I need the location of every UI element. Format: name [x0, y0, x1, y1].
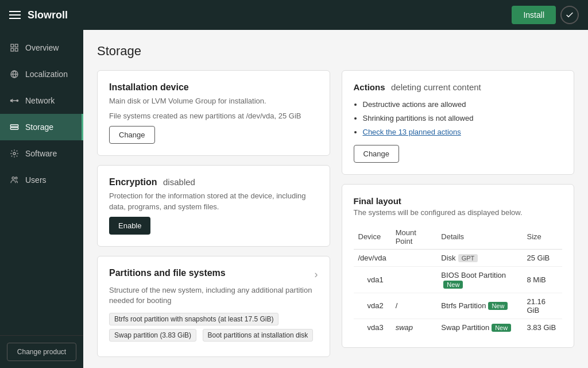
- final-layout-desc: The systems will be configured as displa…: [354, 208, 563, 217]
- partitions-card[interactable]: Partitions and file systems › Structure …: [97, 256, 330, 357]
- encryption-desc: Protection for the information stored at…: [109, 191, 318, 212]
- partitions-header: Partitions and file systems ›: [109, 268, 318, 282]
- svg-rect-2: [11, 48, 14, 51]
- installation-device-desc1: Main disk or LVM Volume Group for instal…: [109, 96, 318, 106]
- sidebar-item-software[interactable]: Software: [0, 140, 83, 167]
- partition-tag-0: Btrfs root partition with snapshots (at …: [109, 313, 278, 325]
- row-badge-2: New: [488, 302, 508, 310]
- sidebar-item-overview-label: Overview: [25, 43, 59, 52]
- row-details-2: Btrfs PartitionNew: [436, 293, 522, 319]
- partition-tag-2: Boot partitions at installation disk: [203, 329, 314, 342]
- row-details-0: DiskGPT: [436, 249, 522, 267]
- row-details-1: BIOS Boot PartitionNew: [436, 267, 522, 293]
- table-row: vda2/Btrfs PartitionNew21.16 GiB: [354, 293, 563, 319]
- sidebar-item-localization-label: Localization: [25, 70, 68, 79]
- left-column: Installation device Main disk or LVM Vol…: [97, 70, 330, 357]
- actions-subtitle: deleting current content: [391, 82, 481, 92]
- sidebar-item-software-label: Software: [25, 149, 57, 158]
- final-layout-table: Device Mount Point Details Size /dev/vda…: [354, 225, 563, 336]
- sidebar-item-storage[interactable]: Storage: [0, 114, 83, 140]
- actions-title: Actions: [354, 82, 385, 92]
- svg-rect-8: [10, 128, 18, 129]
- grid-icon: [9, 43, 20, 53]
- col-device: Device: [354, 225, 391, 250]
- row-mount-0: [391, 249, 437, 267]
- actions-card: Actions deleting current content Destruc…: [342, 70, 575, 175]
- encryption-title: Encryption disabled: [109, 177, 318, 187]
- row-size-0: 25 GiB: [522, 249, 562, 267]
- main-layout: Overview Localization: [0, 30, 588, 368]
- svg-point-9: [13, 152, 16, 155]
- sidebar: Overview Localization: [0, 30, 83, 368]
- installation-device-change-button[interactable]: Change: [109, 126, 155, 144]
- row-device-1: vda1: [354, 267, 391, 293]
- content-area: Storage Installation device Main disk or…: [83, 30, 588, 368]
- row-size-1: 8 MiB: [522, 267, 562, 293]
- table-row: /dev/vdaDiskGPT25 GiB: [354, 249, 563, 267]
- install-button[interactable]: Install: [512, 6, 556, 24]
- actions-item-0: Destructive actions are allowed: [363, 99, 563, 110]
- partitions-tags: Btrfs root partition with snapshots (at …: [109, 313, 318, 345]
- content-grid: Installation device Main disk or LVM Vol…: [97, 70, 574, 357]
- svg-rect-1: [15, 44, 18, 47]
- sidebar-item-localization[interactable]: Localization: [0, 61, 83, 87]
- partition-tag-1: Swap partition (3.83 GiB): [109, 329, 196, 342]
- installation-device-title: Installation device: [109, 82, 318, 93]
- encryption-enable-button[interactable]: Enable: [109, 217, 150, 235]
- encryption-subtitle: disabled: [163, 177, 195, 187]
- actions-header: Actions deleting current content: [354, 82, 563, 93]
- row-badge-3: New: [492, 324, 511, 332]
- row-badge-0: GPT: [458, 254, 478, 262]
- actions-list: Destructive actions are allowed Shrinkin…: [363, 99, 563, 138]
- software-icon: [9, 148, 20, 159]
- installation-device-card: Installation device Main disk or LVM Vol…: [97, 70, 330, 156]
- installation-device-desc2: File systems created as new partitions a…: [109, 111, 318, 121]
- menu-icon[interactable]: [9, 11, 21, 19]
- final-layout-card: Final layout The systems will be configu…: [342, 184, 575, 348]
- col-size: Size: [522, 225, 562, 250]
- status-check-icon[interactable]: [560, 6, 579, 24]
- sidebar-footer: Change product: [0, 335, 83, 368]
- sidebar-item-overview[interactable]: Overview: [0, 34, 83, 61]
- col-details: Details: [436, 225, 522, 250]
- actions-change-button[interactable]: Change: [354, 145, 400, 163]
- row-mount-3: swap: [391, 319, 437, 336]
- network-icon: [9, 95, 20, 106]
- svg-rect-7: [10, 125, 18, 126]
- actions-item-link: Check the 13 planned actions: [363, 127, 563, 137]
- right-column: Actions deleting current content Destruc…: [342, 70, 575, 357]
- row-device-3: vda3: [354, 319, 391, 336]
- chevron-right-icon: ›: [315, 269, 318, 281]
- actions-item-1: Shrinking partitions is not allowed: [363, 113, 563, 124]
- svg-rect-3: [15, 48, 18, 51]
- sidebar-item-network[interactable]: Network: [0, 87, 83, 114]
- col-mount: Mount Point: [391, 225, 437, 250]
- final-layout-title: Final layout: [354, 196, 563, 206]
- svg-point-6: [17, 100, 18, 102]
- row-badge-1: New: [443, 281, 463, 289]
- row-mount-1: [391, 267, 437, 293]
- row-details-3: Swap PartitionNew: [436, 319, 522, 336]
- sidebar-item-storage-label: Storage: [25, 122, 53, 132]
- sidebar-item-users-label: Users: [25, 175, 47, 185]
- topbar: Slowroll Install: [0, 0, 588, 30]
- row-mount-2: /: [391, 293, 437, 319]
- storage-icon: [9, 122, 20, 132]
- row-device-2: vda2: [354, 293, 391, 319]
- sidebar-nav: Overview Localization: [0, 30, 83, 335]
- row-device-0: /dev/vda: [354, 249, 391, 267]
- row-size-3: 3.83 GiB: [522, 319, 562, 336]
- change-product-button[interactable]: Change product: [7, 343, 76, 361]
- app-logo: Slowroll: [28, 9, 68, 21]
- partitions-desc: Structure of the new system, including a…: [109, 285, 318, 306]
- actions-link[interactable]: Check the 13 planned actions: [363, 128, 461, 136]
- svg-point-11: [16, 177, 17, 179]
- sidebar-item-users[interactable]: Users: [0, 167, 83, 193]
- svg-rect-0: [11, 44, 14, 47]
- encryption-card: Encryption disabled Protection for the i…: [97, 165, 330, 246]
- table-row: vda1BIOS Boot PartitionNew8 MiB: [354, 267, 563, 293]
- partitions-title: Partitions and file systems: [109, 268, 226, 278]
- page-title: Storage: [97, 44, 574, 59]
- table-row: vda3swapSwap PartitionNew3.83 GiB: [354, 319, 563, 336]
- row-size-2: 21.16 GiB: [522, 293, 562, 319]
